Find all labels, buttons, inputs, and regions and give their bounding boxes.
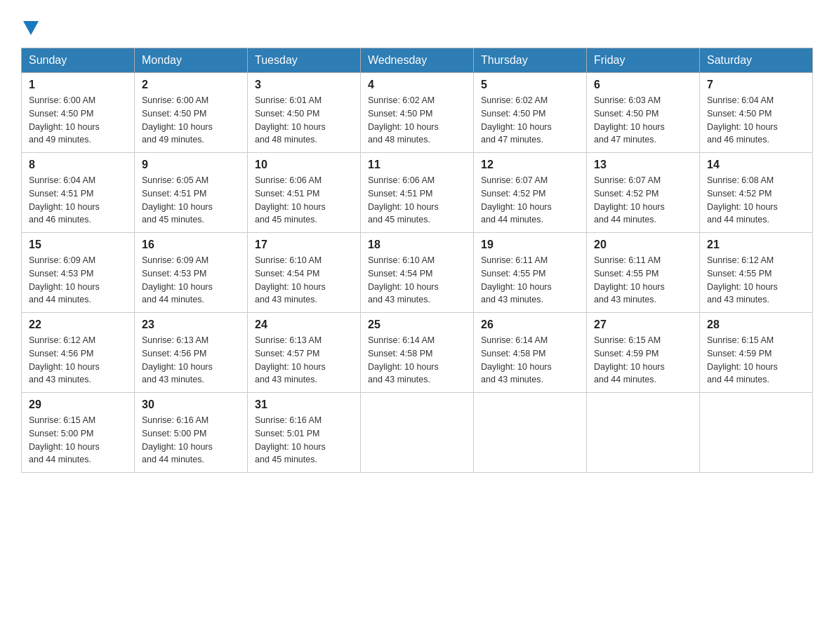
day-info: Sunrise: 6:03 AM Sunset: 4:50 PM Dayligh… [594, 94, 692, 147]
logo-text-block [21, 21, 39, 34]
weekday-header-wednesday: Wednesday [361, 48, 474, 73]
calendar-cell: 24 Sunrise: 6:13 AM Sunset: 4:57 PM Dayl… [248, 313, 361, 393]
day-info: Sunrise: 6:01 AM Sunset: 4:50 PM Dayligh… [255, 94, 353, 147]
day-info: Sunrise: 6:10 AM Sunset: 4:54 PM Dayligh… [255, 254, 353, 307]
calendar-cell: 7 Sunrise: 6:04 AM Sunset: 4:50 PM Dayli… [700, 73, 813, 153]
day-number: 30 [142, 398, 240, 411]
day-number: 15 [29, 239, 127, 251]
day-number: 12 [481, 159, 579, 171]
svg-marker-0 [23, 21, 39, 35]
day-info: Sunrise: 6:13 AM Sunset: 4:56 PM Dayligh… [142, 334, 240, 387]
calendar-week-row: 29 Sunrise: 6:15 AM Sunset: 5:00 PM Dayl… [22, 393, 813, 473]
day-info: Sunrise: 6:10 AM Sunset: 4:54 PM Dayligh… [368, 254, 466, 307]
weekday-header-thursday: Thursday [474, 48, 587, 73]
calendar-cell: 5 Sunrise: 6:02 AM Sunset: 4:50 PM Dayli… [474, 73, 587, 153]
day-number: 22 [29, 318, 127, 331]
day-number: 26 [481, 318, 579, 331]
day-info: Sunrise: 6:07 AM Sunset: 4:52 PM Dayligh… [594, 174, 692, 227]
weekday-header-saturday: Saturday [700, 48, 813, 73]
calendar-cell: 6 Sunrise: 6:03 AM Sunset: 4:50 PM Dayli… [587, 73, 700, 153]
day-number: 31 [255, 398, 353, 411]
day-number: 4 [368, 79, 466, 91]
day-number: 24 [255, 318, 353, 331]
day-info: Sunrise: 6:15 AM Sunset: 4:59 PM Dayligh… [707, 334, 805, 387]
day-info: Sunrise: 6:14 AM Sunset: 4:58 PM Dayligh… [481, 334, 579, 387]
calendar-cell: 23 Sunrise: 6:13 AM Sunset: 4:56 PM Dayl… [135, 313, 248, 393]
calendar-cell: 2 Sunrise: 6:00 AM Sunset: 4:50 PM Dayli… [135, 73, 248, 153]
day-number: 5 [481, 79, 579, 91]
calendar-cell: 21 Sunrise: 6:12 AM Sunset: 4:55 PM Dayl… [700, 233, 813, 313]
calendar-cell: 15 Sunrise: 6:09 AM Sunset: 4:53 PM Dayl… [22, 233, 135, 313]
calendar-cell [587, 393, 700, 473]
logo [21, 21, 39, 34]
day-number: 21 [707, 239, 805, 251]
day-number: 10 [255, 159, 353, 171]
calendar-cell: 18 Sunrise: 6:10 AM Sunset: 4:54 PM Dayl… [361, 233, 474, 313]
day-number: 28 [707, 318, 805, 331]
weekday-header-sunday: Sunday [22, 48, 135, 73]
calendar-week-row: 15 Sunrise: 6:09 AM Sunset: 4:53 PM Dayl… [22, 233, 813, 313]
day-info: Sunrise: 6:15 AM Sunset: 4:59 PM Dayligh… [594, 334, 692, 387]
calendar-cell: 9 Sunrise: 6:05 AM Sunset: 4:51 PM Dayli… [135, 153, 248, 233]
day-info: Sunrise: 6:02 AM Sunset: 4:50 PM Dayligh… [481, 94, 579, 147]
calendar-cell: 3 Sunrise: 6:01 AM Sunset: 4:50 PM Dayli… [248, 73, 361, 153]
calendar-cell: 12 Sunrise: 6:07 AM Sunset: 4:52 PM Dayl… [474, 153, 587, 233]
calendar-cell: 22 Sunrise: 6:12 AM Sunset: 4:56 PM Dayl… [22, 313, 135, 393]
day-number: 6 [594, 79, 692, 91]
calendar-cell: 8 Sunrise: 6:04 AM Sunset: 4:51 PM Dayli… [22, 153, 135, 233]
calendar-cell: 17 Sunrise: 6:10 AM Sunset: 4:54 PM Dayl… [248, 233, 361, 313]
day-number: 1 [29, 79, 127, 91]
calendar-week-row: 8 Sunrise: 6:04 AM Sunset: 4:51 PM Dayli… [22, 153, 813, 233]
day-number: 11 [368, 159, 466, 171]
calendar-week-row: 22 Sunrise: 6:12 AM Sunset: 4:56 PM Dayl… [22, 313, 813, 393]
weekday-header-monday: Monday [135, 48, 248, 73]
calendar-cell [700, 393, 813, 473]
calendar-cell: 20 Sunrise: 6:11 AM Sunset: 4:55 PM Dayl… [587, 233, 700, 313]
day-number: 20 [594, 239, 692, 251]
weekday-header-friday: Friday [587, 48, 700, 73]
day-info: Sunrise: 6:04 AM Sunset: 4:51 PM Dayligh… [29, 174, 127, 227]
calendar-cell: 28 Sunrise: 6:15 AM Sunset: 4:59 PM Dayl… [700, 313, 813, 393]
calendar-week-row: 1 Sunrise: 6:00 AM Sunset: 4:50 PM Dayli… [22, 73, 813, 153]
calendar-cell: 27 Sunrise: 6:15 AM Sunset: 4:59 PM Dayl… [587, 313, 700, 393]
day-info: Sunrise: 6:02 AM Sunset: 4:50 PM Dayligh… [368, 94, 466, 147]
day-info: Sunrise: 6:07 AM Sunset: 4:52 PM Dayligh… [481, 174, 579, 227]
day-info: Sunrise: 6:16 AM Sunset: 5:01 PM Dayligh… [255, 414, 353, 467]
day-number: 9 [142, 159, 240, 171]
day-number: 3 [255, 79, 353, 91]
day-number: 8 [29, 159, 127, 171]
calendar-cell: 30 Sunrise: 6:16 AM Sunset: 5:00 PM Dayl… [135, 393, 248, 473]
calendar-cell: 14 Sunrise: 6:08 AM Sunset: 4:52 PM Dayl… [700, 153, 813, 233]
day-number: 18 [368, 239, 466, 251]
calendar-table: SundayMondayTuesdayWednesdayThursdayFrid… [21, 48, 813, 473]
day-info: Sunrise: 6:06 AM Sunset: 4:51 PM Dayligh… [255, 174, 353, 227]
day-info: Sunrise: 6:15 AM Sunset: 5:00 PM Dayligh… [29, 414, 127, 467]
calendar-cell: 13 Sunrise: 6:07 AM Sunset: 4:52 PM Dayl… [587, 153, 700, 233]
day-info: Sunrise: 6:12 AM Sunset: 4:56 PM Dayligh… [29, 334, 127, 387]
calendar-cell: 26 Sunrise: 6:14 AM Sunset: 4:58 PM Dayl… [474, 313, 587, 393]
day-number: 29 [29, 398, 127, 411]
day-number: 16 [142, 239, 240, 251]
calendar-cell: 10 Sunrise: 6:06 AM Sunset: 4:51 PM Dayl… [248, 153, 361, 233]
day-info: Sunrise: 6:04 AM Sunset: 4:50 PM Dayligh… [707, 94, 805, 147]
day-info: Sunrise: 6:06 AM Sunset: 4:51 PM Dayligh… [368, 174, 466, 227]
day-info: Sunrise: 6:11 AM Sunset: 4:55 PM Dayligh… [481, 254, 579, 307]
day-info: Sunrise: 6:05 AM Sunset: 4:51 PM Dayligh… [142, 174, 240, 227]
day-info: Sunrise: 6:11 AM Sunset: 4:55 PM Dayligh… [594, 254, 692, 307]
calendar-cell [474, 393, 587, 473]
weekday-header-tuesday: Tuesday [248, 48, 361, 73]
day-number: 13 [594, 159, 692, 171]
day-number: 23 [142, 318, 240, 331]
calendar-cell: 19 Sunrise: 6:11 AM Sunset: 4:55 PM Dayl… [474, 233, 587, 313]
day-number: 17 [255, 239, 353, 251]
day-info: Sunrise: 6:12 AM Sunset: 4:55 PM Dayligh… [707, 254, 805, 307]
day-info: Sunrise: 6:00 AM Sunset: 4:50 PM Dayligh… [142, 94, 240, 147]
day-number: 25 [368, 318, 466, 331]
day-number: 27 [594, 318, 692, 331]
calendar-cell: 1 Sunrise: 6:00 AM Sunset: 4:50 PM Dayli… [22, 73, 135, 153]
calendar-cell [361, 393, 474, 473]
calendar-cell: 31 Sunrise: 6:16 AM Sunset: 5:01 PM Dayl… [248, 393, 361, 473]
calendar-cell: 25 Sunrise: 6:14 AM Sunset: 4:58 PM Dayl… [361, 313, 474, 393]
day-info: Sunrise: 6:09 AM Sunset: 4:53 PM Dayligh… [142, 254, 240, 307]
day-number: 19 [481, 239, 579, 251]
